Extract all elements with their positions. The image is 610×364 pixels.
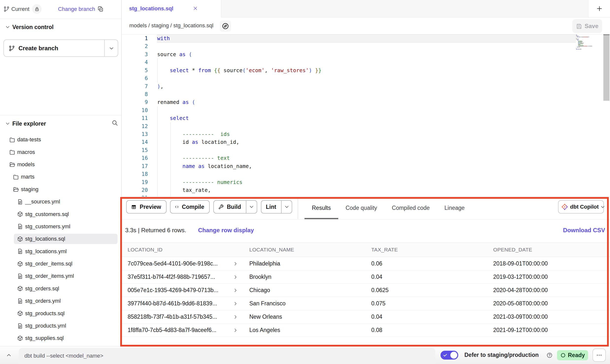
expand-row-chevron-icon[interactable] [233,301,238,306]
folder-icon [13,174,19,180]
file-yml-icon [17,223,23,230]
file-tree-label: stg_customers.sql [25,211,69,217]
expand-row-chevron-icon[interactable] [233,314,238,319]
expand-row-chevron-icon[interactable] [233,275,238,280]
code-editor[interactable]: 12345678910111213141516171819202122 with… [122,34,610,197]
file-tree-label: staging [21,186,38,193]
scrollbar-thumb[interactable] [603,35,610,101]
editor-minimap[interactable] [576,34,603,197]
table-icon [131,204,136,210]
cell-opened_date: 2018-09-01T00:00:00 [493,260,548,267]
file-tree-item-stg-order-items-sql[interactable]: stg_order_items.sql [0,258,122,270]
file-tree-label: __sources.yml [25,199,60,205]
file-tree-item-stg-supplies-sql[interactable]: stg_supplies.sql [0,332,122,344]
file-tree-item-stg-customers-yml[interactable]: stg_customers.yml [0,220,122,233]
lint-dropdown[interactable] [281,201,292,213]
file-tree-item-data-tests[interactable]: data-tests [0,133,122,146]
tab-stg-locations-sql[interactable]: stg_locations.sql [122,0,221,17]
chevron-up-icon[interactable] [6,352,12,358]
copy-icon[interactable] [98,6,103,12]
file-tree-label: models [17,161,35,168]
code-line-7: ), [157,83,164,90]
file-tree-item-models[interactable]: models [0,158,122,171]
line-number: 21 [122,194,148,197]
file-explorer-header[interactable]: File explorer [0,119,121,128]
line-number: 11 [122,114,148,122]
chevron-down-icon[interactable] [109,46,114,51]
cell-tax_rate: 0.06 [371,260,382,267]
build-button[interactable]: Build [213,200,257,214]
file-tree-label: stg_order_items.yml [25,273,74,279]
results-table-body: 7c079cea-5ed4-4101-906e-9198c...Philadel… [122,257,610,337]
code-line-3: source as ( [157,50,192,58]
panel-tab-compiled-code[interactable]: Compiled code [385,197,437,219]
chevron-down-icon [249,204,254,209]
file-tree-item-macros[interactable]: macros [0,146,122,158]
table-row: 005e7e1c-1935-4269-b479-0713b...Chicago0… [122,284,610,297]
preview-button[interactable]: Preview [126,200,167,214]
cell-tax_rate: 0.075 [371,300,386,307]
file-tree-item--sources-yml[interactable]: __sources.yml [0,196,122,208]
file-sql-icon [17,261,23,267]
file-tree-item-stg-products-yml[interactable]: stg_products.yml [0,320,122,332]
expand-row-chevron-icon[interactable] [233,261,238,266]
panel-tab-results[interactable]: Results [305,197,338,219]
save-button[interactable]: Save [572,19,602,33]
file-sql-icon [17,285,23,292]
defer-toggle[interactable] [441,351,458,360]
command-input[interactable]: dbt build --select <model_name> [19,348,435,364]
cell-tax_rate: 0.04 [371,274,382,280]
more-options-button[interactable] [593,348,606,362]
change-row-display-link[interactable]: Change row display [198,227,254,234]
file-tree-item-stg-orders-sql[interactable]: stg_orders.sql [0,282,122,295]
code-line-11: select [157,114,189,122]
file-tree-item-staging[interactable]: staging [0,183,122,196]
line-number: 15 [122,146,148,154]
file-yml-icon [17,323,23,329]
file-tree-item-stg-locations-sql[interactable]: stg_locations.sql [0,233,122,245]
build-dropdown[interactable] [246,201,257,213]
editor-scrollbar[interactable] [603,34,610,197]
close-icon[interactable] [193,6,198,11]
line-number: 6 [122,74,148,82]
file-tree-item-stg-locations-yml[interactable]: stg_locations.yml [0,245,122,258]
file-tree-item-marts[interactable]: marts [0,171,122,183]
lint-button[interactable]: Lint [261,200,292,214]
indent-guide [157,106,158,197]
download-csv-link[interactable]: Download CSV [563,227,605,234]
file-tree-label: stg_orders.yml [25,298,61,304]
code-line-13: ---------- ids [157,130,230,138]
question-circle-icon[interactable] [546,352,553,358]
line-number: 9 [122,98,148,106]
version-control-header[interactable]: Version control [0,23,121,32]
query-summary: 3.3s | Returned 6 rows. [125,227,186,234]
panel-tab-code-quality[interactable]: Code quality [338,197,385,219]
dbt-copilot-button[interactable]: dbt Copilot [558,200,604,214]
code-line-9: renamed as ( [157,98,195,106]
file-tree-item-stg-customers-sql[interactable]: stg_customers.sql [0,208,122,220]
folder-icon [9,137,15,143]
code-line-20: tax_rate, [157,186,211,194]
file-tree-item-stg-order-items-yml[interactable]: stg_order_items.yml [0,270,122,282]
table-row: 858218fb-73f7-4b1b-a31f-57b345...New Orl… [122,310,610,324]
file-tree-item-stg-products-sql[interactable]: stg_products.sql [0,307,122,319]
ready-label: Ready [568,352,585,359]
expand-row-chevron-icon[interactable] [233,288,238,293]
line-number: 2 [122,42,148,50]
compile-button[interactable]: Compile [170,200,210,214]
file-tree-item-stg-orders-yml[interactable]: stg_orders.yml [0,295,122,307]
create-branch-button[interactable]: Create branch [3,39,118,57]
line-number: 1 [122,34,148,42]
lineage-button[interactable] [220,20,231,32]
code-icon [175,204,179,210]
indent-guide [157,58,158,82]
expand-row-chevron-icon[interactable] [233,328,238,333]
panel-tab-lineage[interactable]: Lineage [437,197,472,219]
file-tree-label: stg_products.sql [25,310,65,317]
code-line-19: ---------- numerics [157,178,242,186]
search-icon[interactable] [112,120,118,126]
plus-icon[interactable] [596,5,603,12]
indent-guide [170,122,171,197]
change-branch-link[interactable]: Change branch [58,6,95,12]
file-sql-icon [17,310,23,316]
